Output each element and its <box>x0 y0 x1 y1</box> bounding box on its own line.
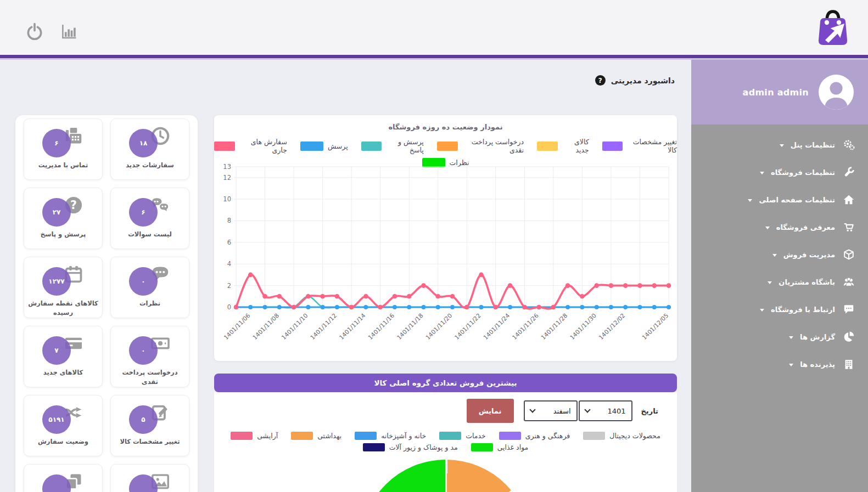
legend-color-chip <box>300 142 323 151</box>
sidebar-item-3[interactable]: معرفی فروشگاه <box>691 213 868 241</box>
comment-icon <box>843 303 855 315</box>
line-chart-svg: 024681012131401/11/061401/11/081401/11/1… <box>214 160 677 361</box>
legend-item[interactable]: درخواست پرداخت نقدی <box>437 138 524 154</box>
sidebar-item-1[interactable]: تنظیمات فروشگاه <box>691 159 868 186</box>
pie-icon <box>843 331 855 343</box>
caret-down-icon <box>760 309 764 312</box>
stat-card-8[interactable]: ۵ تغییر مشخصات کالا <box>110 395 189 456</box>
sidebar-item-8[interactable]: پذیرنده ها <box>691 350 868 378</box>
stat-card-2[interactable]: ۶ لیست سوالات <box>110 188 189 249</box>
year-select[interactable]: 1401 <box>579 400 632 421</box>
caret-down-icon <box>765 227 770 229</box>
legend-item[interactable]: بهداشتی <box>291 432 341 440</box>
pie-legend-row-1: آرایشی بهداشتی خانه و آشپزخانه خدمات فره… <box>231 432 660 440</box>
sidebar-item-label: ارتباط با فروشگاه <box>771 306 835 314</box>
legend-item[interactable]: خانه و آشپزخانه <box>355 432 426 440</box>
sidebar-item-0[interactable]: تنظیمات پنل <box>691 131 868 159</box>
legend-item[interactable]: مد و پوشاک و زیور آلات <box>363 443 458 451</box>
date-filter-row: تاریخ 1401 اسفند نمایش <box>214 392 677 423</box>
stat-card-1[interactable]: ۶ تماس با مدیریت <box>24 118 103 180</box>
shopping-bag-logo[interactable] <box>810 4 856 54</box>
sidebar-item-label: باشگاه مشتریان <box>779 278 835 286</box>
legend-label: سفارش های جاری <box>239 138 287 154</box>
stat-card-label: تماس با مدیریت <box>24 161 102 170</box>
top-sales-pie-chart[interactable] <box>361 460 531 492</box>
svg-text:1401/11/30: 1401/11/30 <box>569 312 598 341</box>
stat-card-7[interactable]: ۷ کالاهای جدید <box>24 326 103 387</box>
sidebar-item-2[interactable]: تنظیمات صفحه اصلی <box>691 186 868 213</box>
legend-row-1: سفارش های جاری پرسش پرسش و پاسخ درخواست … <box>214 138 677 154</box>
legend-color-chip <box>471 443 493 451</box>
month-select[interactable]: اسفند <box>524 400 578 421</box>
stat-count-badge: ۵۱۹۱ <box>42 405 71 434</box>
page-title: داشبورد مدیریتی <box>611 76 675 85</box>
svg-text:6: 6 <box>227 239 231 246</box>
month-select-value: اسفند <box>553 407 571 415</box>
legend-color-chip <box>214 142 235 151</box>
stat-card-label: نظرات <box>111 299 189 308</box>
sidebar-item-label: پذیرنده ها <box>800 360 835 369</box>
main-content: داشبورد مدیریتی ? ۱۸ سفارشات جدید ۶ تماس… <box>0 60 691 492</box>
legend-item[interactable]: خدمات <box>439 432 486 440</box>
stat-card-cluster: ۰ <box>129 264 171 296</box>
caret-down-icon <box>760 172 764 174</box>
stat-card-label: وضعیت سفارش <box>24 437 102 446</box>
question-circle-icon[interactable]: ? <box>595 75 606 86</box>
sidebar-item-6[interactable]: ارتباط با فروشگاه <box>691 296 868 323</box>
stat-card-cluster: ۰ <box>129 333 171 365</box>
stat-card-3[interactable]: ? ۲۷ پرسش و پاسخ <box>24 188 103 249</box>
legend-item[interactable]: سفارش های جاری <box>214 138 287 154</box>
legend-item[interactable]: پرسش <box>300 142 348 151</box>
svg-text:2: 2 <box>227 282 231 290</box>
stat-card-cluster: ۵ <box>129 402 171 434</box>
ten-day-status-chart[interactable]: 024681012131401/11/061401/11/081401/11/1… <box>214 160 677 361</box>
stat-card-9[interactable]: ۵۱۹۱ وضعیت سفارش <box>24 395 103 456</box>
legend-item[interactable]: آرایشی <box>231 432 278 440</box>
stat-card-label: لیست سوالات <box>111 230 189 239</box>
show-button[interactable]: نمایش <box>467 399 514 423</box>
stat-count-badge: ۶ <box>42 129 71 157</box>
svg-text:1401/11/10: 1401/11/10 <box>280 312 309 341</box>
svg-text:1401/11/14: 1401/11/14 <box>338 312 367 341</box>
sidebar-item-5[interactable]: باشگاه مشتریان <box>691 268 868 296</box>
caret-down-icon <box>789 364 793 366</box>
legend-label: تغییر مشخصات کالا <box>627 138 677 154</box>
sidebar-item-7[interactable]: گزارش ها <box>691 323 868 350</box>
legend-color-chip <box>363 443 385 451</box>
date-label: تاریخ <box>641 407 659 415</box>
svg-text:0: 0 <box>227 303 231 311</box>
page-header: داشبورد مدیریتی ? <box>595 75 675 86</box>
stat-card-cluster: ۷ <box>42 333 84 365</box>
power-icon[interactable] <box>25 22 44 41</box>
legend-color-chip <box>231 432 253 440</box>
ten-day-status-card: نمودار وضعیت ده روزه فروشگاه سفارش های ج… <box>214 115 677 361</box>
top-sales-section: تاریخ 1401 اسفند نمایش آرایشی بهداشتی خا… <box>214 392 677 492</box>
sidebar-item-4[interactable]: مدیریت فروش <box>691 241 868 268</box>
legend-item[interactable]: کالای جدید <box>537 138 589 154</box>
svg-text:4: 4 <box>227 260 231 268</box>
legend-item[interactable]: پرسش و پاسخ <box>361 138 424 154</box>
svg-text:1401/11/16: 1401/11/16 <box>367 312 396 341</box>
stat-card-5[interactable]: ۱۲۷۷ کالاهای نقطه سفارش رسیده <box>24 257 103 318</box>
legend-item[interactable]: محصولات دیجیتال <box>583 432 660 440</box>
stats-cards-grid: ۱۸ سفارشات جدید ۶ تماس با مدیریت ۶ لیست … <box>24 118 189 492</box>
stat-card-11[interactable] <box>24 464 103 492</box>
stat-card-10[interactable] <box>110 464 189 492</box>
stat-card-4[interactable]: ۰ نظرات <box>110 257 189 318</box>
bar-chart-icon[interactable] <box>59 22 78 41</box>
svg-text:1401/11/26: 1401/11/26 <box>511 312 540 341</box>
stat-card-cluster: ۶ <box>42 126 84 157</box>
sidebar-item-label: تنظیمات پنل <box>791 141 835 149</box>
legend-item[interactable]: فرهنگی و هنری <box>499 432 570 440</box>
legend-label: خدمات <box>466 432 486 440</box>
svg-text:?: ? <box>70 199 77 212</box>
stat-count-badge: ۱۸ <box>129 129 158 157</box>
legend-item[interactable]: تغییر مشخصات کالا <box>602 138 677 154</box>
stat-card-0[interactable]: ۱۸ سفارشات جدید <box>110 118 189 180</box>
user-panel[interactable]: admin admin <box>691 60 868 125</box>
stat-card-6[interactable]: ۰ درخواست پرداخت نقدی <box>110 326 189 387</box>
legend-label: پرسش و پاسخ <box>386 138 424 154</box>
legend-item[interactable]: مواد غذایی <box>471 443 529 451</box>
legend-color-chip <box>361 142 382 151</box>
avatar <box>819 75 854 110</box>
